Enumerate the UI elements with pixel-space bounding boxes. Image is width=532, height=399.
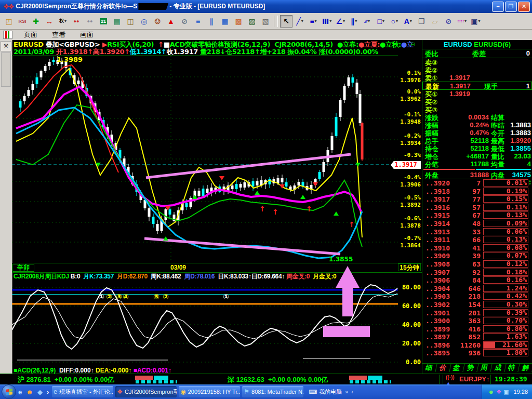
palette-icon[interactable]: ❂ — [151, 15, 164, 28]
circle-tool-icon[interactable]: ○▾ — [388, 15, 401, 28]
ladder-row[interactable]: ..3913330.06% — [422, 228, 532, 236]
chart-window-icon-4[interactable]: ▧ — [259, 15, 272, 28]
menu-view[interactable]: 查看 — [45, 30, 73, 39]
svg-text:↑: ↑ — [349, 220, 355, 229]
books-icon[interactable]: ▤ — [111, 15, 123, 28]
menu-page[interactable]: 页面 — [17, 30, 45, 39]
panel-tab-势[interactable]: 势 — [463, 364, 478, 372]
open-book-icon[interactable]: ◫ — [124, 15, 137, 28]
panel-collapse-icon[interactable]: ⊟ — [410, 42, 415, 47]
panel-tab-特[interactable]: 特 — [504, 364, 520, 372]
ie-quicklaunch-icon[interactable]: e — [18, 388, 22, 396]
start-button[interactable] — [2, 384, 16, 399]
magnifier-icon[interactable]: ◎ — [138, 15, 150, 28]
panel-tab-周[interactable]: 周 — [476, 364, 492, 372]
colors-icon[interactable]: ∷∷▾ — [456, 15, 468, 28]
minimize-button[interactable]: – — [492, 2, 504, 12]
eraser-icon[interactable]: ▱ — [429, 15, 441, 28]
network-tray-icon[interactable]: ▣ — [503, 389, 509, 395]
ladder-row[interactable]: ..3906840.16% — [422, 276, 532, 285]
move-icon[interactable]: ✚ — [30, 15, 42, 28]
period-label[interactable]: 15分钟 — [398, 263, 421, 271]
ladder-row[interactable]: ..39032180.42% — [422, 292, 532, 301]
task-button[interactable]: ❖CJR2000!Sempron至... — [115, 386, 177, 397]
ladder-row[interactable]: ..39003630.70% — [422, 317, 532, 325]
candlestick-chart[interactable]: ↑↑↑↑ 1.3989 1.3855 — [12, 55, 398, 263]
ladder-row[interactable]: ..38994160.80% — [422, 325, 532, 334]
close-button[interactable]: ✕ — [518, 2, 530, 12]
collapse-chevron-icon[interactable]: ‹ — [351, 389, 353, 395]
save-icon[interactable]: ▣▾ — [469, 15, 482, 28]
ladder-row[interactable]: ..3911660.13% — [422, 236, 532, 244]
qq-quicklaunch-icon[interactable]: ☻ — [26, 388, 33, 396]
panel-tab-细[interactable]: 细 — [421, 364, 437, 372]
pink-up-arrow-annotation[interactable] — [336, 266, 360, 316]
rsi-icon[interactable]: RSI — [16, 15, 29, 28]
alarm-bell-icon[interactable]: ▲ — [165, 15, 177, 28]
tile-columns-icon[interactable]: ∥ — [205, 15, 218, 28]
ladder-row[interactable]: ..3914480.09% — [422, 220, 532, 228]
ladder-row[interactable]: ..38959361.80% — [422, 349, 532, 357]
ladder-row[interactable]: ..3908630.12% — [422, 260, 532, 269]
pink-rectangle-annotation[interactable] — [323, 326, 370, 337]
side-tab[interactable] — [1, 52, 11, 87]
ladder-row[interactable]: ..39021540.30% — [422, 301, 532, 309]
maximize-button[interactable]: ❐ — [505, 2, 517, 12]
task-button[interactable]: ⚑8081: MetaTrader N... — [242, 386, 303, 397]
signal-lights-off-icon[interactable]: ●● — [84, 15, 96, 28]
quicklaunch-more-icon[interactable]: › — [47, 388, 49, 396]
copy-icon[interactable]: ❐ — [415, 15, 428, 28]
ladder-row[interactable]: ..39012010.39% — [422, 309, 532, 317]
fan-tool-icon[interactable]: ∠▾ — [334, 15, 347, 28]
panel-tab-价[interactable]: 价 — [435, 364, 451, 372]
signal-lights-icon[interactable]: ●● — [70, 15, 83, 28]
swap-icon[interactable]: ↔ — [43, 15, 56, 28]
menu-screen[interactable]: 画面 — [73, 30, 101, 39]
ma-line-green — [16, 105, 362, 247]
tools-icon[interactable]: ⚒ — [1, 41, 11, 51]
vertline-tool-icon[interactable]: Ⅲ▾ — [321, 15, 333, 28]
toolbar-chevron-icon[interactable]: » — [345, 389, 348, 395]
msn-quicklaunch-icon[interactable]: ◆ — [37, 388, 43, 396]
rights-restore-icon[interactable]: 权▾ — [57, 15, 69, 28]
ladder-row[interactable]: ..3909390.07% — [422, 252, 532, 260]
calendar-icon[interactable]: 21 — [97, 15, 110, 28]
ladder-row[interactable]: ..3917770.15% — [422, 195, 532, 204]
chart-window-icon-1[interactable]: ▦ — [219, 15, 231, 28]
tile-rows-icon[interactable]: ≡ — [192, 15, 204, 28]
lock-icon[interactable]: ⊘ — [442, 15, 455, 28]
ladder-row[interactable]: ..3915670.13% — [422, 211, 532, 220]
hatch-tool-icon[interactable]: ⁄⁄⁄▾ — [361, 15, 374, 28]
text-tool-icon[interactable]: A▾ — [402, 15, 414, 28]
panel-tab-解[interactable]: 解 — [518, 364, 532, 372]
chart-window-icon-3[interactable]: ▨ — [246, 15, 258, 28]
open-chart-icon[interactable]: ◰ — [3, 15, 15, 28]
line-tool-icon[interactable]: ╱▾ — [294, 15, 306, 28]
bid-ask-board: 卖③卖②卖①1.3917最新1.3917现手1买①1.3919买②买③ — [422, 58, 532, 113]
color-app-tray-icon[interactable]: ❖ — [496, 389, 501, 395]
axis-price-label: 1.3934 — [398, 140, 421, 147]
task-button[interactable]: ◉2009219158: HY Tr... — [179, 386, 240, 397]
ladder-row[interactable]: ..39046461.24% — [422, 285, 532, 293]
channel-tool-icon[interactable]: ∥▾ — [348, 15, 360, 28]
chart-window-icon-2[interactable]: ▩ — [232, 15, 245, 28]
panel-tab-盘[interactable]: 盘 — [449, 364, 464, 372]
rect-tool-icon[interactable]: □▾ — [375, 15, 387, 28]
axis-price-label: 1.3864 — [398, 242, 421, 249]
ladder-row[interactable]: ..3910410.08% — [422, 244, 532, 252]
ladder-row[interactable]: ..392070.01% — [422, 179, 532, 188]
kdj-circle-marker: ③ — [116, 292, 122, 301]
ladder-row[interactable]: ..38978521.63% — [422, 333, 532, 341]
lower-trendline[interactable] — [144, 238, 340, 254]
task-button[interactable]: e现场直播室 - 外汇论... — [52, 386, 113, 397]
pointer-tool-icon[interactable]: ↖ — [280, 15, 292, 28]
trendline-tool-icon[interactable]: ≡▾ — [307, 15, 320, 28]
my-computer-toolbar[interactable]: ⌨ 我的电脑 » ‹ — [309, 388, 353, 396]
ladder-row[interactable]: ..3918970.19% — [422, 188, 532, 196]
mouse-icon[interactable]: ⊘ — [178, 15, 191, 28]
ladder-row[interactable]: ..3907920.18% — [422, 269, 532, 277]
panel-tab-成[interactable]: 成 — [490, 364, 506, 372]
messenger-tray-icon[interactable]: ☻ — [488, 389, 495, 395]
axis-price-label: 1.3976 — [398, 77, 421, 84]
price-ladder[interactable]: ▲▼ ..392070.01%..3918970.19%..3917770.15… — [422, 179, 532, 357]
